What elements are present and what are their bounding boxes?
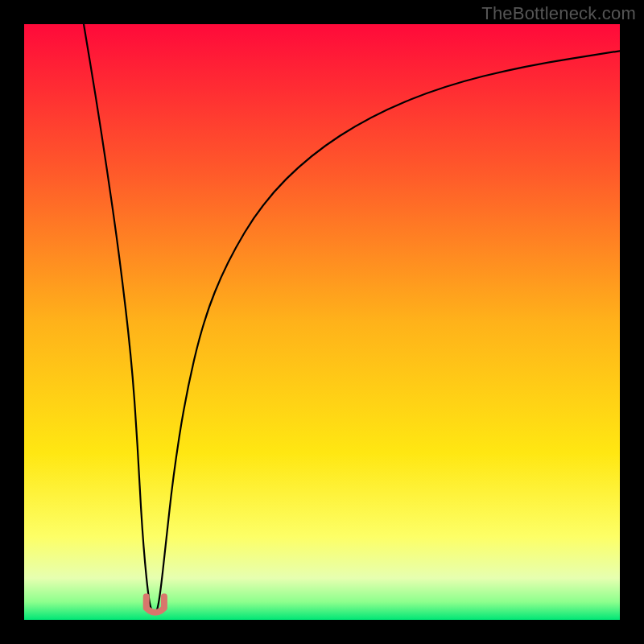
plot-area bbox=[24, 24, 620, 620]
bottleneck-curve bbox=[84, 24, 620, 614]
watermark-text: TheBottleneck.com bbox=[481, 3, 636, 24]
figure-frame: TheBottleneck.com bbox=[0, 0, 644, 644]
trough-marker bbox=[147, 597, 164, 613]
curve-layer bbox=[24, 24, 620, 620]
